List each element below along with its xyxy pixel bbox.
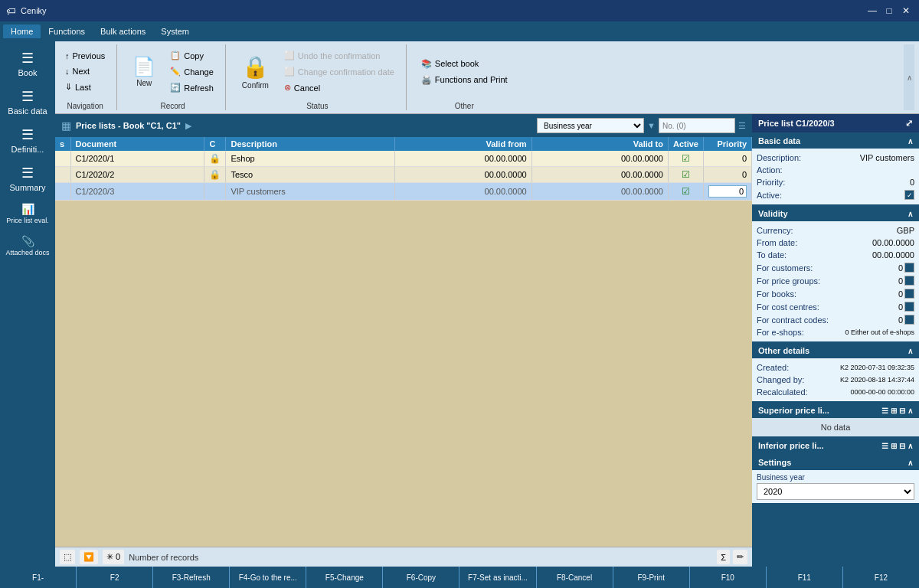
- table-row[interactable]: C1/2020/1 🔒 Eshop 00.00.0000 00.00.0000 …: [55, 151, 752, 167]
- new-button[interactable]: 📄 New: [126, 52, 162, 91]
- validity-title: Validity: [758, 209, 788, 218]
- minimize-button[interactable]: —: [865, 4, 879, 18]
- status-key-f6[interactable]: F6-Copy: [383, 567, 460, 588]
- validity-header[interactable]: Validity ∧: [752, 206, 919, 221]
- undo-confirmation-button[interactable]: ⬜ Undo the confirmation: [279, 48, 400, 63]
- grid-settings-button[interactable]: ✳ 0: [103, 550, 124, 564]
- table-header-row: s Document C Description Valid from Vali…: [55, 137, 752, 151]
- superior-copy-icon[interactable]: ⊟: [899, 407, 905, 415]
- status-key-f1[interactable]: F1-: [0, 567, 77, 588]
- sidebar-label-summary: Summary: [9, 183, 45, 192]
- grid-edit-button[interactable]: ✏: [733, 550, 747, 564]
- change-confirmation-date-button[interactable]: ⬜ Change confirmation date: [279, 64, 400, 79]
- for-customers-checkbox[interactable]: [904, 263, 914, 273]
- basic-data-header[interactable]: Basic data ∧: [752, 133, 919, 149]
- menu-tab-system[interactable]: System: [153, 24, 197, 38]
- status-bar: F1- F2 F3-Refresh F4-Go to the re... F5-…: [0, 567, 919, 588]
- basic-data-title: Basic data: [758, 136, 800, 145]
- for-contract-codes-label: For contract codes:: [757, 315, 829, 325]
- close-button[interactable]: ✕: [899, 4, 913, 18]
- next-button[interactable]: ↓ Next: [60, 64, 110, 78]
- status-key-f4[interactable]: F4-Go to the re...: [230, 567, 306, 588]
- cancel-icon: ⊗: [284, 83, 291, 93]
- title-bar-controls: — □ ✕: [865, 4, 913, 18]
- settings-header[interactable]: Settings ∧: [752, 455, 919, 470]
- record-group-label: Record: [160, 99, 185, 110]
- definition-icon: ☰: [21, 126, 34, 143]
- inferior-list-icon[interactable]: ☰: [881, 442, 888, 450]
- price-list-eval-icon: 📊: [21, 203, 34, 215]
- sidebar-item-price-list-eval[interactable]: 📊 Price list eval.: [2, 198, 53, 229]
- superior-table-icon[interactable]: ⊞: [891, 407, 897, 415]
- recalculated-row: Recalculated: 0000-00-00 00:00:00: [757, 386, 914, 398]
- cell-s-3: [55, 183, 70, 201]
- copy-label: Copy: [184, 51, 204, 60]
- status-key-f7[interactable]: F7-Set as inacti...: [460, 567, 536, 588]
- table-row[interactable]: C1/2020/2 🔒 Tesco 00.00.0000 00.00.0000 …: [55, 167, 752, 183]
- cell-description-2: Tesco: [226, 167, 395, 183]
- previous-button[interactable]: ↑ Previous: [60, 49, 110, 63]
- status-key-f11[interactable]: F11: [767, 567, 843, 588]
- created-row: Created: K2 2020-07-31 09:32:35: [757, 361, 914, 374]
- other-details-header[interactable]: Other details ∧: [752, 343, 919, 358]
- status-key-f3[interactable]: F3-Refresh: [153, 567, 230, 588]
- grid-view-button[interactable]: ⬚: [60, 550, 75, 564]
- ribbon-collapse-button[interactable]: ∧: [904, 44, 914, 110]
- menu-tab-home[interactable]: Home: [3, 24, 41, 38]
- menu-tab-functions[interactable]: Functions: [41, 24, 93, 38]
- change-button[interactable]: ✏️ Change: [165, 64, 219, 79]
- maximize-button[interactable]: □: [882, 4, 896, 18]
- ribbon-record-secondary: 📋 Copy ✏️ Change 🔄 Refresh: [165, 48, 219, 95]
- menu-tab-bulk-actions[interactable]: Bulk actions: [93, 24, 153, 38]
- status-key-f2[interactable]: F2: [77, 567, 153, 588]
- last-button[interactable]: ⇓ Last: [60, 80, 110, 94]
- sidebar-item-summary[interactable]: ☰ Summary: [2, 160, 53, 197]
- grid-sum-button[interactable]: Σ: [717, 550, 730, 564]
- status-key-f10[interactable]: F10: [690, 567, 767, 588]
- status-key-f5[interactable]: F5-Change: [306, 567, 383, 588]
- right-panel-title: Price list C1/2020/3: [758, 119, 835, 128]
- sidebar-item-definition[interactable]: ☰ Definiti...: [2, 122, 53, 158]
- status-key-f12[interactable]: F12: [843, 567, 919, 588]
- inferior-price-list-header[interactable]: Inferior price li... ☰ ⊞ ⊟ ∧: [752, 438, 919, 453]
- status-key-f9[interactable]: F9-Print: [613, 567, 690, 588]
- inferior-table-icon[interactable]: ⊞: [891, 442, 897, 450]
- cancel-button[interactable]: ⊗ Cancel: [279, 80, 400, 95]
- priority-input-3[interactable]: [708, 185, 747, 198]
- status-key-f8[interactable]: F8-Cancel: [537, 567, 613, 588]
- record-number-input[interactable]: [659, 118, 735, 133]
- sidebar-item-book[interactable]: ☰ Book: [2, 45, 53, 82]
- table-row-selected[interactable]: C1/2020/3 VIP customers 00.00.0000 00.00…: [55, 183, 752, 201]
- to-date-row: To date: 00.00.0000: [757, 249, 914, 261]
- for-price-groups-checkbox[interactable]: [904, 276, 914, 286]
- right-panel-expand-button[interactable]: ⤢: [905, 118, 913, 129]
- inferior-copy-icon[interactable]: ⊟: [899, 442, 905, 450]
- cell-active-1: ☑: [668, 151, 703, 167]
- grid-filter-button[interactable]: 🔽: [80, 550, 98, 564]
- col-description: Description: [226, 137, 395, 151]
- sidebar-item-attached-docs[interactable]: 📎 Attached docs: [2, 230, 53, 261]
- for-books-checkbox[interactable]: [904, 289, 914, 299]
- sidebar-item-basic-data[interactable]: ☰ Basic data: [2, 83, 53, 120]
- for-contract-codes-checkbox[interactable]: [904, 315, 914, 325]
- for-cost-centres-checkbox[interactable]: [904, 302, 914, 312]
- functions-print-button[interactable]: 🖨️ Functions and Print: [416, 73, 513, 87]
- superior-price-list-header[interactable]: Superior price li... ☰ ⊞ ⊟ ∧: [752, 403, 919, 418]
- refresh-button[interactable]: 🔄 Refresh: [165, 80, 219, 95]
- cell-priority-3[interactable]: [704, 183, 752, 201]
- ribbon-group-other: 📚 Select book 🖨️ Functions and Print Oth…: [416, 44, 519, 110]
- business-year-select[interactable]: Business year: [537, 118, 644, 133]
- for-customers-label: For customers:: [757, 263, 813, 273]
- table-scroll[interactable]: s Document C Description Valid from Vali…: [55, 137, 752, 547]
- select-book-button[interactable]: 📚 Select book: [416, 57, 513, 71]
- menu-bar: Home Functions Bulk actions System: [0, 21, 919, 41]
- active-checkbox[interactable]: [904, 190, 914, 200]
- confirm-button[interactable]: 🔒 Confirm: [235, 51, 276, 93]
- copy-button[interactable]: 📋 Copy: [165, 48, 219, 63]
- superior-list-icon[interactable]: ☰: [881, 407, 888, 415]
- settings-body: Business year 2020: [752, 470, 919, 503]
- content-area: ↑ Previous ↓ Next ⇓ Last Navigation: [55, 41, 919, 567]
- navigation-group-label: Navigation: [67, 99, 103, 110]
- business-year-settings-select[interactable]: 2020: [757, 483, 914, 500]
- cell-document-3: C1/2020/3: [70, 183, 204, 201]
